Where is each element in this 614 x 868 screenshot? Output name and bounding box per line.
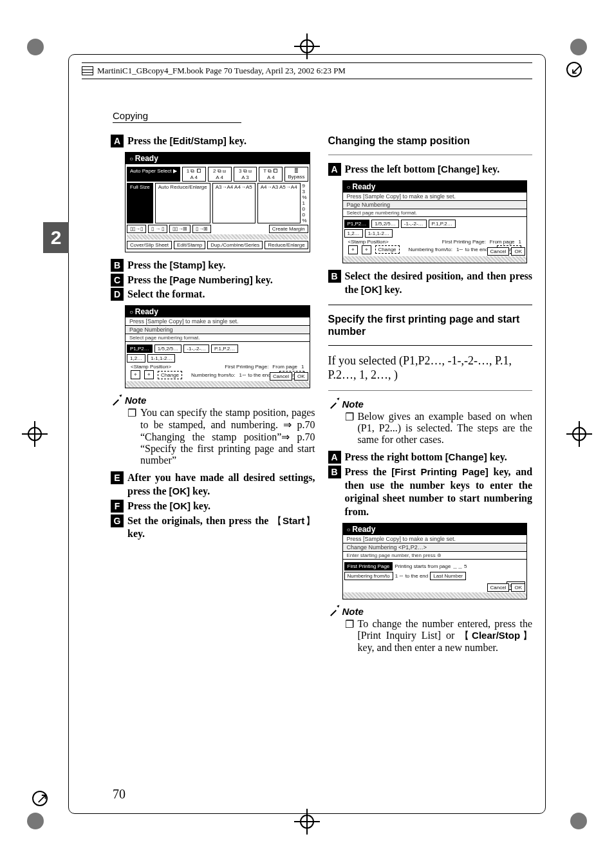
step-text: key. bbox=[229, 135, 247, 146]
registration-mark-right bbox=[566, 421, 592, 447]
step-number-badge: D bbox=[111, 288, 124, 301]
hint-text: Press [Sample Copy] to make a single set… bbox=[126, 317, 310, 326]
registration-arrow-icon: ↗ bbox=[27, 786, 53, 811]
last-number-button[interactable]: Last Number bbox=[430, 572, 466, 580]
softkey-name: [Stamp] bbox=[169, 259, 205, 270]
ok-button[interactable]: OK bbox=[294, 372, 308, 381]
format-option[interactable]: P1,P2… bbox=[127, 344, 153, 353]
softkey-name: [Edit/Stamp] bbox=[169, 135, 226, 146]
subheading-change-stamp-position: Changing the stamp position bbox=[328, 135, 533, 147]
registration-mark-left bbox=[22, 421, 48, 447]
label: From page bbox=[272, 364, 297, 370]
subheading-specify-first-page: Specify the first printing page and star… bbox=[328, 313, 533, 337]
step-text: After you have made all desired settings… bbox=[127, 472, 315, 496]
hint-text: Select page numbering format. bbox=[343, 209, 527, 217]
duplex-option[interactable]: ▯ → ▯ bbox=[148, 225, 167, 233]
step-a1: A Press the left bottom [Change] key. bbox=[328, 163, 533, 176]
first-printing-page-button[interactable]: First Printing Page bbox=[344, 562, 393, 571]
tray-label: A 4 bbox=[190, 175, 198, 180]
title-text: Page Numbering bbox=[126, 326, 310, 334]
format-option[interactable]: 1-1,1-2… bbox=[147, 354, 175, 363]
step-7: G Set the originals, then press the Star… bbox=[111, 514, 315, 542]
label: First Printing Page: bbox=[442, 239, 486, 245]
format-option[interactable]: -1-,-2-… bbox=[183, 344, 209, 353]
value: Printing starts from page ＿＿ 5 bbox=[395, 563, 467, 570]
combine-option[interactable]: ▯→⊞ bbox=[192, 225, 211, 233]
figure-page-numbering-format: Ready Press [Sample Copy] to make a sing… bbox=[125, 305, 310, 388]
position-icon-button[interactable]: ⌖ bbox=[348, 245, 358, 254]
page-frame: MartiniC1_GBcopy4_FM.book Page 70 Tuesda… bbox=[68, 54, 546, 814]
cover-slip-sheet-button[interactable]: Cover/Slip Sheet bbox=[127, 241, 172, 249]
step-text: Press the left bottom bbox=[345, 164, 438, 175]
page-number: 70 bbox=[113, 787, 126, 802]
tray-label: A 4 bbox=[267, 175, 275, 180]
change-stamp-position-button[interactable]: Change bbox=[375, 245, 400, 254]
list-bullet: ❐ bbox=[345, 411, 354, 446]
label: Numbering from/to: bbox=[191, 372, 235, 378]
title-text: Change Numbering <P1,P2…> bbox=[343, 543, 527, 552]
auto-reduce-enlarge-button[interactable]: Auto Reduce/Enlarge bbox=[155, 183, 210, 223]
note-body: You can specify the stamp position, page… bbox=[140, 407, 315, 466]
dup-combine-series-button[interactable]: Dup./Combine/Series bbox=[207, 241, 263, 249]
softkey-name: [OK] bbox=[361, 284, 382, 295]
pencil-icon bbox=[328, 606, 339, 616]
change-stamp-position-button[interactable]: Change bbox=[158, 371, 182, 379]
ok-button[interactable]: OK bbox=[511, 247, 525, 256]
format-option[interactable]: 1,2… bbox=[127, 354, 145, 363]
format-option[interactable]: 1/5,2/5… bbox=[154, 344, 181, 353]
format-option[interactable]: P.1,P.2… bbox=[429, 220, 456, 228]
list-bullet: ❐ bbox=[127, 407, 136, 466]
step-text: Press the bbox=[127, 259, 169, 270]
step-text: Press the bbox=[127, 500, 169, 511]
auto-paper-select-button[interactable]: Auto Paper Select ▶ bbox=[127, 167, 180, 182]
pencil-icon bbox=[111, 395, 121, 406]
step-number-badge: E bbox=[111, 471, 124, 484]
ratio-preset-button[interactable]: A4→A3 A5→A4 bbox=[257, 183, 301, 223]
ok-button[interactable]: OK bbox=[511, 583, 525, 592]
note-body: To change the number entered, press the … bbox=[358, 618, 533, 654]
edit-stamp-button[interactable]: Edit/Stamp bbox=[174, 241, 205, 249]
step-number-badge: C bbox=[111, 274, 124, 287]
step-number-badge: B bbox=[328, 466, 341, 478]
format-option[interactable]: 1-1,1-2… bbox=[365, 229, 393, 238]
create-margin-button[interactable]: Create Margin bbox=[269, 225, 308, 233]
step-text: Press the bbox=[345, 466, 392, 477]
duplex-option[interactable]: ▯▯→▯ bbox=[127, 225, 146, 233]
running-section-header: Copying bbox=[113, 110, 241, 123]
numbering-from-to-button[interactable]: Numbering from/to bbox=[344, 572, 393, 580]
note-text: key, and then enter a new number. bbox=[358, 642, 498, 653]
softkey-name: [OK] bbox=[169, 486, 191, 496]
format-option[interactable]: P.1,P.2… bbox=[211, 344, 238, 353]
ready-indicator: Ready bbox=[129, 154, 158, 163]
combine-option[interactable]: ▯▯→⊞ bbox=[169, 225, 191, 233]
softkey-name: [OK] bbox=[169, 500, 191, 511]
step-text: key. bbox=[193, 500, 210, 511]
step-text: Select the format. bbox=[127, 288, 205, 299]
reduce-enlarge-button[interactable]: Reduce/Enlarge bbox=[265, 241, 308, 249]
full-size-button[interactable]: Full Size bbox=[127, 183, 153, 223]
cancel-button[interactable]: Cancel bbox=[487, 247, 510, 256]
softkey-name: [First Printing Page] bbox=[391, 466, 488, 477]
step-text: Press the bbox=[127, 274, 169, 285]
position-icon-button[interactable]: ⌖ bbox=[144, 370, 154, 379]
ratio-preset-button[interactable]: A3→A4 A4→A5 bbox=[212, 183, 256, 223]
hardkey-name: Start bbox=[272, 515, 315, 526]
crop-dot bbox=[570, 813, 587, 829]
cancel-button[interactable]: Cancel bbox=[487, 583, 510, 592]
format-option[interactable]: 1,2… bbox=[344, 229, 363, 238]
format-option[interactable]: -1-,-2-… bbox=[401, 220, 427, 228]
position-icon-button[interactable]: ⌖ bbox=[362, 245, 371, 254]
hint-text: Press [Sample Copy] to make a single set… bbox=[343, 535, 527, 543]
hardkey-name: Clear/Stop bbox=[460, 630, 532, 641]
value: 1 bbox=[301, 364, 304, 370]
tray-label: A 3 bbox=[241, 175, 249, 180]
hint-text: Select page numbering format. bbox=[126, 334, 310, 342]
format-option[interactable]: 1/5,2/5… bbox=[371, 220, 398, 228]
tray-label: A 4 bbox=[216, 175, 223, 180]
step-2: B Press the [Stamp] key. bbox=[111, 259, 315, 272]
position-icon-button[interactable]: ⌖ bbox=[131, 370, 140, 379]
cancel-button[interactable]: Cancel bbox=[270, 372, 292, 381]
figure-page-numbering-format: Ready Press [Sample Copy] to make a sing… bbox=[342, 180, 528, 263]
format-option[interactable]: P1,P2… bbox=[344, 220, 370, 228]
condition-paragraph: If you selected (P1,P2…, -1-,-2-…, P.1, … bbox=[328, 354, 533, 382]
